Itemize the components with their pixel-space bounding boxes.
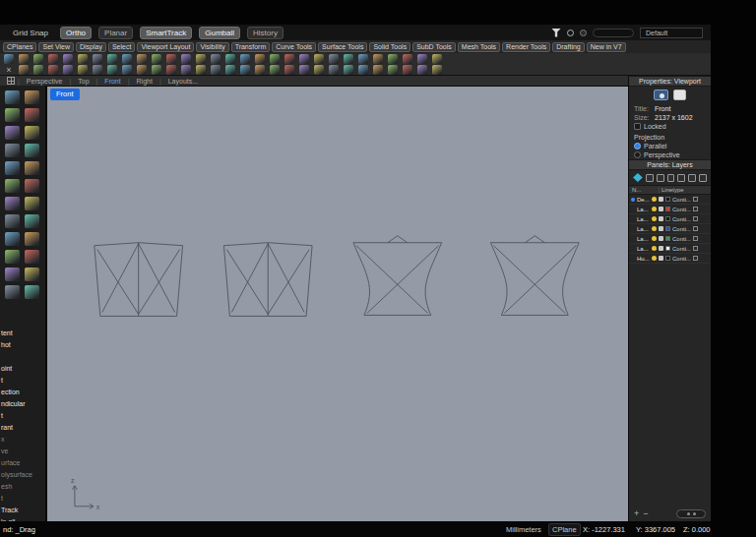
mirror-icon[interactable] (211, 54, 220, 64)
options-icon[interactable] (417, 54, 427, 64)
dimension-icon[interactable] (388, 65, 398, 75)
display-mode-icon[interactable] (25, 126, 39, 140)
perspective-radio[interactable] (634, 151, 641, 158)
table-profile-d-segment-2[interactable] (493, 246, 565, 314)
layer-on-bulb-icon[interactable] (652, 216, 657, 221)
viewport-title-chip[interactable]: Front (50, 89, 80, 100)
tool-tab-visibility[interactable]: Visibility (196, 42, 228, 52)
layer-lock-icon[interactable] (659, 216, 663, 221)
layer-color-swatch[interactable] (665, 207, 670, 211)
object-properties-page-icon[interactable] (673, 90, 686, 100)
layer-row-6[interactable]: Hu...Conti... (629, 254, 711, 264)
chamfer-icon[interactable] (314, 54, 324, 64)
notes-icon[interactable] (417, 65, 427, 75)
add-layer-button[interactable]: + (634, 509, 639, 518)
layer-linetype[interactable]: Conti... (672, 197, 691, 203)
rotate-view-icon[interactable] (5, 108, 20, 122)
revolve-icon[interactable] (25, 232, 39, 246)
selection-filter-icon[interactable] (567, 30, 574, 36)
tool-tab-curve-tools[interactable]: Curve Tools (272, 42, 316, 52)
filter-funnel-icon[interactable] (551, 29, 561, 37)
grid-toggle-icon[interactable] (211, 65, 220, 75)
layer-on-bulb-icon[interactable] (652, 246, 657, 251)
layers-new-sublayer-icon[interactable] (646, 174, 654, 182)
layers-filter-icon[interactable] (688, 174, 696, 182)
table-profile-b-segment-5[interactable] (268, 250, 309, 315)
layers-settings-icon[interactable] (699, 174, 707, 182)
tool-tab-drafting[interactable]: Drafting (552, 42, 585, 52)
layer-row-0[interactable]: De...Conti... (629, 195, 711, 205)
layers-delete-layer-icon[interactable] (657, 174, 664, 182)
insert-icon[interactable] (373, 65, 383, 75)
tool-tab-subd-tools[interactable]: SubD Tools (412, 42, 456, 52)
preset-dropdown[interactable]: Default (640, 28, 703, 38)
object-properties-icon[interactable] (63, 65, 73, 75)
layer-lock-icon[interactable] (659, 256, 663, 261)
plane-icon[interactable] (25, 214, 39, 228)
table-profile-a-segment-2[interactable] (102, 244, 139, 313)
split-icon[interactable] (255, 54, 265, 64)
arc-icon[interactable] (5, 179, 20, 193)
close-icon[interactable]: × (4, 65, 14, 75)
layer-linetype[interactable]: Conti... (672, 256, 691, 262)
layer-linetype[interactable]: Conti... (672, 226, 691, 232)
layer-row-5[interactable]: La...Conti... (629, 244, 711, 254)
move-icon[interactable] (152, 54, 161, 64)
paste-icon[interactable] (93, 54, 102, 64)
layer-linetype[interactable]: Conti... (672, 246, 691, 252)
table-profile-c-segment-2[interactable] (356, 246, 428, 314)
viewport-tab-top[interactable]: Top (71, 78, 95, 85)
tool-tab-display[interactable]: Display (76, 42, 106, 52)
layer-print-box[interactable] (693, 256, 698, 261)
import-icon[interactable] (19, 65, 29, 75)
join-icon[interactable] (270, 54, 280, 64)
layer-row-4[interactable]: La...Conti... (629, 234, 711, 244)
trim-icon[interactable] (240, 54, 250, 64)
explode-icon[interactable] (284, 54, 294, 64)
properties-panel-header[interactable]: Properties: Viewport (629, 76, 711, 87)
render-icon[interactable] (388, 54, 398, 64)
layer-on-bulb-icon[interactable] (652, 197, 657, 202)
rotate-icon[interactable] (181, 54, 191, 64)
table-profile-b-segment-2[interactable] (231, 244, 268, 313)
toggle-gumball[interactable]: Gumball (199, 27, 240, 39)
layer-color-swatch[interactable] (665, 256, 670, 261)
toggle-planar[interactable]: Planar (98, 27, 133, 39)
table-profile-b-segment-4[interactable] (226, 250, 268, 315)
layer-on-bulb-icon[interactable] (652, 236, 657, 241)
layer-linetype[interactable]: Conti... (672, 207, 691, 212)
block-icon[interactable] (358, 65, 368, 75)
analyze-icon[interactable] (373, 54, 383, 64)
cplane-dropdown[interactable]: CPlane (548, 523, 581, 536)
text-icon[interactable] (403, 65, 412, 75)
pan-icon[interactable] (25, 108, 39, 122)
cut-icon[interactable] (63, 54, 73, 64)
sphere-icon[interactable] (25, 268, 39, 281)
viewport-tab-perspective[interactable]: Perspective (20, 78, 70, 85)
toggle-history[interactable]: History (247, 27, 284, 39)
layer-lock-icon[interactable] (659, 236, 663, 241)
search-input[interactable] (593, 29, 634, 37)
polygon-icon[interactable] (5, 197, 20, 210)
layer-color-swatch[interactable] (665, 197, 670, 202)
zoom-extents-icon[interactable] (107, 65, 117, 75)
toggle-ortho[interactable]: Ortho (60, 27, 92, 39)
table-profile-a-segment-4[interactable] (97, 250, 139, 315)
layer-linetype[interactable]: Conti... (672, 216, 691, 222)
layer-print-box[interactable] (693, 197, 698, 202)
copy-object-icon[interactable] (166, 54, 176, 64)
layer-lock-icon[interactable] (659, 207, 663, 211)
hide-icon[interactable] (299, 65, 309, 75)
layer-color-swatch[interactable] (665, 246, 670, 251)
layer-row-2[interactable]: La...Conti... (629, 214, 711, 224)
locked-checkbox[interactable] (634, 123, 641, 130)
parallel-radio[interactable] (634, 143, 641, 149)
layer-on-bulb-icon[interactable] (652, 226, 657, 231)
layer-row-3[interactable]: La...Conti... (629, 224, 711, 234)
toggle-grid-snap[interactable]: Grid Snap (8, 28, 53, 38)
group-icon[interactable] (329, 65, 339, 75)
ungroup-icon[interactable] (344, 65, 353, 75)
cylinder-icon[interactable] (5, 285, 20, 299)
array-icon[interactable] (225, 54, 235, 64)
shade-icon[interactable] (137, 65, 147, 75)
